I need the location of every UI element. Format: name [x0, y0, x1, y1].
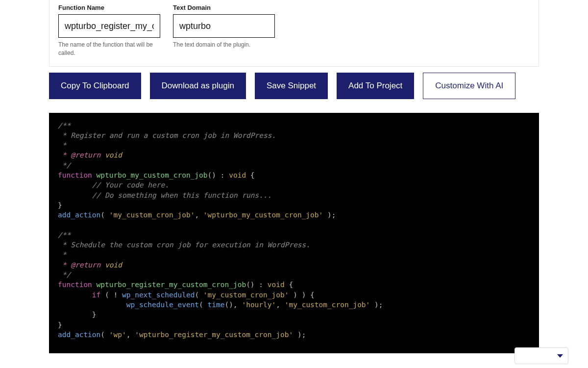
code-text: }	[58, 201, 62, 209]
code-text: (	[199, 301, 207, 309]
code-text: {	[246, 171, 254, 179]
download-as-plugin-button[interactable]: Download as plugin	[150, 73, 246, 99]
code-text: /**	[58, 231, 71, 239]
code-text: () :	[246, 281, 268, 289]
copy-to-clipboard-button[interactable]: Copy To Clipboard	[49, 73, 141, 99]
code-text: }	[58, 311, 97, 318]
code-text: 'wpturbo_register_my_custom_cron_job'	[135, 331, 293, 339]
code-text: ()	[224, 301, 233, 309]
code-text: 'my_custom_cron_job'	[109, 211, 195, 219]
code-text: ,	[276, 301, 284, 309]
code-text: * Register and run a custom cron job in …	[58, 131, 276, 139]
code-text: * Schedule the custom cron job for execu…	[58, 241, 310, 249]
code-text: 'wp'	[109, 331, 126, 339]
function-name-help: The name of the function that will be ca…	[58, 41, 161, 57]
code-text: ,	[126, 331, 135, 339]
code-text: function	[58, 281, 92, 289]
code-text: * @return	[58, 261, 100, 269]
button-row: Copy To Clipboard Download as plugin Sav…	[49, 73, 539, 99]
code-text: void	[100, 261, 122, 269]
chevron-down-icon	[557, 354, 563, 358]
function-name-label: Function Name	[58, 4, 161, 11]
field-text-domain: Text Domain The text domain of the plugi…	[173, 4, 275, 57]
code-text: wp_next_scheduled	[122, 291, 195, 299]
code-text: if	[92, 291, 100, 299]
code-text: /**	[58, 122, 71, 130]
code-text: ,	[233, 301, 242, 309]
code-text: wp_schedule_event	[126, 301, 199, 309]
code-text: *	[58, 141, 66, 149]
code-text: add_action	[58, 211, 100, 219]
code-text: 'wpturbo_my_custom_cron_job'	[203, 211, 323, 219]
code-text: void	[229, 171, 246, 179]
code-text: () :	[208, 171, 229, 179]
text-domain-input[interactable]	[173, 14, 275, 38]
code-text: add_action	[58, 331, 100, 339]
code-text: 'my_custom_cron_job'	[285, 301, 370, 309]
code-text: );	[370, 301, 383, 309]
code-text: wpturbo_register_my_custom_cron_job	[97, 281, 246, 289]
code-text: (	[100, 331, 109, 339]
function-name-input[interactable]	[58, 14, 160, 38]
code-text: ,	[195, 211, 203, 219]
code-text: }	[58, 321, 62, 329]
field-function-name: Function Name The name of the function t…	[58, 4, 161, 57]
code-text: void	[268, 281, 285, 289]
code-text: (	[100, 211, 109, 219]
form-row: Function Name The name of the function t…	[58, 4, 530, 57]
code-text: void	[100, 151, 122, 159]
save-snippet-button[interactable]: Save Snippet	[255, 73, 328, 99]
text-domain-label: Text Domain	[173, 4, 275, 11]
code-text: function	[58, 171, 92, 179]
customize-with-ai-button[interactable]: Customize With AI	[423, 73, 515, 99]
form-panel: Function Name The name of the function t…	[49, 0, 539, 67]
add-to-project-button[interactable]: Add To Project	[337, 73, 414, 99]
code-text: */	[58, 161, 71, 169]
code-text: wpturbo_my_custom_cron_job	[97, 171, 208, 179]
text-domain-help: The text domain of the plugin.	[173, 41, 275, 49]
code-text: );	[293, 331, 306, 339]
code-text: */	[58, 271, 71, 279]
code-text: time	[208, 301, 225, 309]
code-text: *	[58, 251, 66, 259]
code-text: 'hourly'	[242, 301, 276, 309]
code-text: 'my_custom_cron_job'	[203, 291, 289, 299]
code-output[interactable]: /** * Register and run a custom cron job…	[49, 113, 539, 353]
floating-dropdown[interactable]	[514, 347, 568, 364]
code-text: // Your code here.	[58, 181, 169, 189]
code-text: {	[285, 281, 293, 289]
code-text: (	[195, 291, 203, 299]
code-text: // Do something when this function runs.…	[58, 191, 272, 199]
code-text: ( !	[100, 291, 122, 299]
code-text: );	[323, 211, 336, 219]
code-text: * @return	[58, 151, 100, 159]
code-text: ) ) {	[289, 291, 314, 299]
